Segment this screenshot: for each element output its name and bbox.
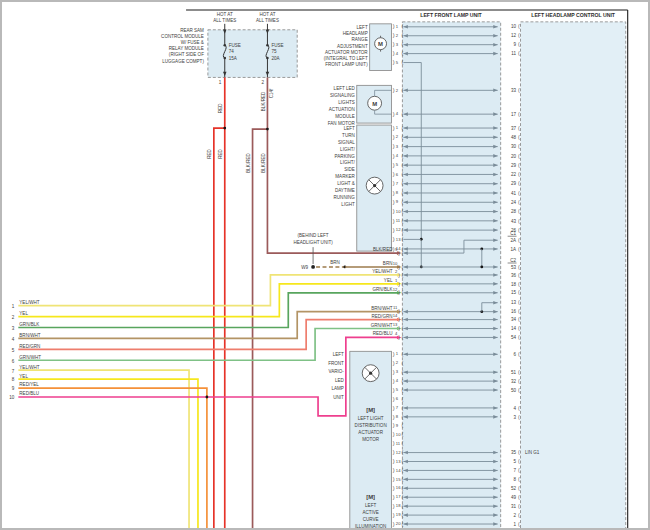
control-pin-number: 4 [514, 406, 517, 411]
diagram-content: HOT ATHOT ATALL TIMESALL TIMESREAR SAMCO… [9, 10, 627, 528]
control-pin-number: 20 [511, 154, 517, 159]
module-pin-number: 10 [396, 432, 401, 437]
turn-signal-label: LIGHT [341, 202, 355, 207]
wire-color-label: BRN/WHT [371, 306, 392, 311]
vario-lamp-label: LAMP [331, 386, 343, 391]
connector-socket: ( [402, 512, 404, 518]
connector-socket: ( [402, 503, 404, 509]
module-pin-number: 6 [396, 172, 399, 177]
control-pin-number: 53 [511, 265, 517, 270]
control-pin-number: 1A [510, 247, 517, 252]
connector-plug: ) [393, 351, 395, 357]
range-motor-label: (INTEGRAL TO LEFT [324, 56, 368, 61]
wiring-diagram-page: LEFT FRONT LAMP UNIT LEFT HEADLAMP CONTR… [0, 0, 650, 530]
connector-socket: ( [518, 218, 520, 224]
control-pin-number: 24 [511, 200, 517, 205]
active-curve-label: ILLUMINATION [355, 524, 386, 528]
wire-color-label: GRN/BLK [373, 287, 393, 292]
module-pin-number: 2 [396, 360, 399, 365]
module-pin-number: 10 [396, 209, 401, 214]
vario-lamp-label: LEFT [333, 352, 344, 357]
control-pin-number: 11 [511, 51, 516, 56]
connector-plug: ) [398, 281, 400, 287]
connector-socket: ( [402, 125, 404, 131]
connector-socket: ( [518, 264, 520, 270]
connector-socket: ( [402, 162, 404, 168]
connector-socket: ( [402, 199, 404, 205]
connector-socket: ( [518, 180, 520, 186]
left-wire-number: 8 [12, 378, 15, 383]
wire-color-label: BLK/RED [373, 247, 393, 252]
connector-socket: ( [402, 289, 404, 295]
module-pin-number: 3 [396, 144, 399, 149]
connector-socket: ( [518, 246, 520, 252]
connector-socket: ( [402, 59, 404, 65]
wire-color-label: YEL/WHT [19, 300, 39, 305]
rear-sam-label: CONTROL MODULE [161, 34, 204, 39]
fan-motor-label: LEFT LED [334, 86, 356, 91]
wire-color-label: RED [218, 103, 223, 113]
connector-socket: ( [402, 467, 404, 473]
connector-socket: ( [518, 162, 520, 168]
control-pin-number: 10 [511, 24, 517, 29]
connector-socket: ( [402, 334, 404, 340]
feed-wire [18, 312, 398, 339]
connector-plug: ) [393, 396, 395, 402]
turn-signal-label: LIGHT/ [340, 147, 355, 152]
connector-socket: ( [518, 153, 520, 159]
connector-socket: ( [518, 143, 520, 149]
control-pin-number: 16 [511, 309, 517, 314]
feed-wire [18, 293, 398, 328]
module-pin-number: 7 [396, 181, 399, 186]
connector-socket: ( [402, 405, 404, 411]
control-pin-number: 9 [514, 42, 517, 47]
lamp-pin-number: 13 [393, 322, 398, 327]
connector-plug: ) [393, 199, 395, 205]
junction-dot [223, 127, 226, 130]
module-pin-number: 12 [396, 450, 401, 455]
control-pin-number: 5 [514, 459, 517, 464]
lamp-symbol-center [369, 372, 372, 375]
control-pin-number: 35 [511, 450, 517, 455]
module-pin-number: 2 [396, 33, 399, 38]
connector-socket: ( [402, 308, 404, 314]
module-pin-number: 1 [396, 352, 399, 357]
lamp-pin-number: 10 [393, 261, 398, 266]
connector-plug: ) [393, 162, 395, 168]
connector-socket: ( [518, 369, 520, 375]
range-motor-label: RANGE [352, 37, 368, 42]
connector-socket: ( [402, 369, 404, 375]
connector-socket: ( [518, 458, 520, 464]
connector-socket: ( [518, 449, 520, 455]
range-motor-label: ADJUSTMENT [337, 44, 368, 49]
range-motor-label: LEFT [357, 25, 368, 30]
fuse-amps: 20A [271, 56, 280, 61]
connector-plug: ) [393, 360, 395, 366]
fuse-amps: 15A [229, 56, 238, 61]
control-pin-number: 28 [511, 209, 517, 214]
connector-plug: ) [393, 190, 395, 196]
module-pin-number: 11 [396, 441, 401, 446]
wire-color-label: YEL [384, 278, 393, 283]
blkred-wire-branch [253, 129, 268, 528]
wire-color-label: YEL [19, 311, 28, 316]
connector-plug: ) [393, 59, 395, 65]
fuse-number: 74 [229, 49, 235, 54]
vario-lamp-label: UNIT [333, 395, 344, 400]
rear-sam-label: W/ FUSE & [181, 40, 204, 45]
connector-socket: ( [402, 387, 404, 393]
lamp-symbol-center [373, 184, 376, 187]
control-pin-number: 34 [511, 317, 517, 322]
connector-c14f-label: C14f [269, 88, 274, 98]
active-curve-label: ACTIVE [362, 510, 378, 515]
control-pin-number: 48 [511, 135, 517, 140]
connector-socket: ( [518, 316, 520, 322]
hot-at-all-times-label: HOT AT [217, 12, 233, 17]
connector-socket: ( [518, 111, 520, 117]
wire-color-label: BRN [330, 260, 340, 265]
connector-socket: ( [402, 272, 404, 278]
connector-socket: ( [518, 41, 520, 47]
left-wire-number: 6 [12, 359, 15, 364]
module-pin-number: 5 [396, 60, 399, 65]
module-pin-number: 14 [396, 468, 401, 473]
